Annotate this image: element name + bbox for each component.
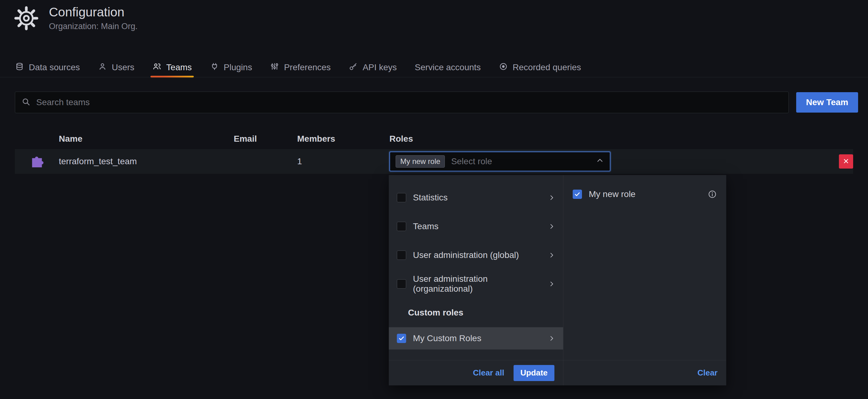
page-header: Configuration Organization: Main Org. xyxy=(13,5,138,31)
table-header: Name Email Members Roles xyxy=(15,131,853,146)
chevron-right-icon xyxy=(548,252,555,259)
chevron-right-icon xyxy=(548,280,555,287)
menu-item-user-admin-organizational[interactable]: User administration (organizational) xyxy=(389,269,563,298)
search-icon xyxy=(21,97,31,108)
search-teams-box xyxy=(15,92,789,113)
delete-team-button[interactable] xyxy=(839,154,853,169)
tab-plugins[interactable]: Plugins xyxy=(210,58,252,77)
checkbox-checked[interactable] xyxy=(397,334,406,343)
menu-item-label: My Custom Roles xyxy=(413,333,482,343)
close-icon xyxy=(843,158,849,165)
submenu-item-my-new-role[interactable]: My new role xyxy=(563,183,726,205)
chevron-right-icon xyxy=(548,223,555,230)
menu-item-label: User administration (organizational) xyxy=(413,274,541,294)
column-members: Members xyxy=(297,134,390,144)
tab-label: Plugins xyxy=(224,63,252,72)
tab-label: Preferences xyxy=(284,63,331,72)
configuration-page: Configuration Organization: Main Org. Da… xyxy=(0,0,868,399)
sliders-icon xyxy=(270,62,279,73)
tab-label: Service accounts xyxy=(415,63,481,72)
tab-service-accounts[interactable]: Service accounts xyxy=(415,58,481,77)
tab-teams[interactable]: Teams xyxy=(152,58,192,77)
database-icon xyxy=(15,62,24,73)
tab-recorded-queries[interactable]: Recorded queries xyxy=(499,58,581,77)
role-submenu-panel: My new role Clear xyxy=(563,175,726,386)
checkbox-checked[interactable] xyxy=(573,190,582,199)
menu-item-label: Statistics xyxy=(413,193,447,203)
tab-users[interactable]: Users xyxy=(98,58,134,77)
checkbox-unchecked[interactable] xyxy=(397,279,406,289)
column-email: Email xyxy=(234,134,297,144)
custom-roles-section-label: Custom roles xyxy=(389,306,563,319)
plug-icon xyxy=(210,62,219,73)
tab-label: Teams xyxy=(166,63,192,72)
roles-cell: My new role xyxy=(390,152,611,171)
user-icon xyxy=(98,62,107,73)
role-chip[interactable]: My new role xyxy=(396,155,445,168)
role-picker-input[interactable] xyxy=(451,156,590,167)
team-avatar xyxy=(15,154,59,170)
checkbox-unchecked[interactable] xyxy=(397,251,406,260)
tab-label: Data sources xyxy=(29,63,80,72)
role-groups-panel: Statistics Teams User administration (gl… xyxy=(389,175,563,386)
tab-preferences[interactable]: Preferences xyxy=(270,58,331,77)
puzzle-icon xyxy=(30,154,44,170)
column-roles: Roles xyxy=(390,134,611,144)
search-input[interactable] xyxy=(36,97,782,108)
config-tabs: Data sources Users Teams xyxy=(15,58,581,77)
key-icon xyxy=(348,62,358,73)
update-button[interactable]: Update xyxy=(514,365,554,381)
clear-link[interactable]: Clear xyxy=(698,368,718,378)
team-members: 1 xyxy=(297,157,390,166)
record-circle-icon xyxy=(499,62,508,73)
gear-icon xyxy=(13,6,39,31)
tab-label: Users xyxy=(112,63,134,72)
menu-item-teams[interactable]: Teams xyxy=(389,212,563,241)
role-picker[interactable]: My new role xyxy=(390,152,611,171)
clear-all-link[interactable]: Clear all xyxy=(473,368,504,378)
checkbox-unchecked[interactable] xyxy=(397,222,406,231)
menu-item-my-custom-roles[interactable]: My Custom Roles xyxy=(389,327,563,350)
users-icon xyxy=(152,62,162,73)
role-picker-menu: Statistics Teams User administration (gl… xyxy=(389,175,726,386)
chevron-right-icon xyxy=(548,194,555,201)
menu-item-user-admin-global[interactable]: User administration (global) xyxy=(389,241,563,269)
page-title: Configuration xyxy=(49,5,138,20)
tab-label: API keys xyxy=(363,63,397,72)
submenu-item-label: My new role xyxy=(589,189,636,199)
table-row: terraform_test_team 1 My new role xyxy=(15,149,853,174)
new-team-button[interactable]: New Team xyxy=(796,92,858,112)
role-submenu-footer: Clear xyxy=(563,360,726,386)
org-subtitle: Organization: Main Org. xyxy=(49,22,138,31)
menu-item-label: Teams xyxy=(413,222,438,231)
chevron-right-icon xyxy=(548,335,555,342)
tab-label: Recorded queries xyxy=(513,63,581,72)
tab-data-sources[interactable]: Data sources xyxy=(15,58,80,77)
tab-api-keys[interactable]: API keys xyxy=(348,58,397,77)
column-name: Name xyxy=(59,134,234,144)
menu-item-statistics[interactable]: Statistics xyxy=(389,183,563,212)
tabbar-divider xyxy=(0,77,868,77)
info-icon[interactable] xyxy=(708,190,717,199)
role-menu-footer: Clear all Update xyxy=(389,360,563,386)
menu-item-label: User administration (global) xyxy=(413,250,519,260)
chevron-up-icon[interactable] xyxy=(596,156,604,167)
team-name[interactable]: terraform_test_team xyxy=(59,157,234,166)
checkbox-unchecked[interactable] xyxy=(397,193,406,202)
